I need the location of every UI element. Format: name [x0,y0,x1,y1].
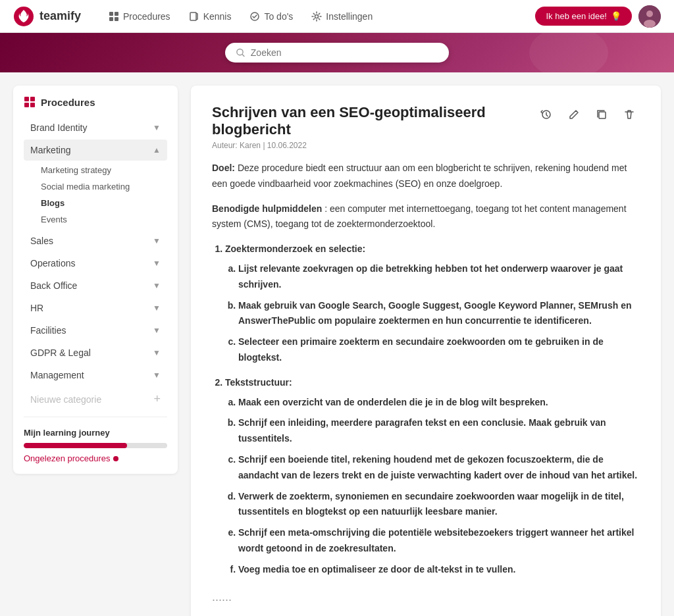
sidebar-sub-item-events[interactable]: Events [34,211,167,228]
chevron-down-icon: ▼ [153,371,161,380]
flame-icon [13,6,34,27]
unread-dot [113,456,118,461]
list-item: Verwerk de zoekterm, synoniemen en secun… [238,489,640,521]
svg-rect-2 [115,12,118,16]
settings-icon [311,11,322,22]
svg-point-8 [646,11,653,17]
logo[interactable]: teamify [13,6,81,27]
nav-right: Ik heb een idee! 💡 [535,5,661,28]
chevron-down-icon: ▼ [153,236,161,245]
sidebar-item-gdpr-legal[interactable]: GDPR & Legal ▼ [24,342,167,363]
sidebar-sub-item-marketing-strategy[interactable]: Marketing strategy [34,162,167,178]
progress-bar-background [24,443,167,448]
unread-procedures-link[interactable]: Ongelezen procedures [24,453,167,463]
article-dots: ...... [212,587,640,607]
section-2-items: Maak een overzicht van de onderdelen die… [238,395,640,578]
new-category[interactable]: Nieuwe categorie + [24,387,167,411]
chevron-down-icon: ▼ [153,259,161,268]
list-item: Schrijf een boeiende titel, rekening hou… [238,452,640,484]
section-1: Zoektermonderzoek en selectie: Lijst rel… [225,242,640,366]
app-name: teamify [39,9,81,23]
hero-banner [0,33,674,72]
sidebar-sub-marketing: Marketing strategy Social media marketin… [24,162,167,228]
sidebar: Procedures Brand Identity ▼ Marketing ▲ … [13,86,178,616]
idea-button[interactable]: Ik heb een idee! 💡 [535,7,632,26]
procedures-icon [24,96,36,108]
progress-bar-fill [24,443,127,448]
list-item: Maak gebruik van Google Search, Google S… [238,298,640,330]
list-item: Voeg media toe en optimaliseer ze door d… [238,562,640,578]
avatar-image [638,5,661,28]
nav-todos[interactable]: To do's [242,7,301,26]
history-button[interactable] [536,104,557,125]
section-2: Tekststructuur: Maak een overzicht van d… [225,375,640,578]
article-content: Doel: Deze procedure biedt een structuur… [212,161,640,607]
nav-instellingen[interactable]: Instellingen [303,7,380,26]
svg-rect-13 [24,103,29,107]
sidebar-card: Procedures Brand Identity ▼ Marketing ▲ … [13,86,178,474]
search-bar[interactable] [225,43,449,63]
article-doel: Doel: Deze procedure biedt een structuur… [212,161,640,192]
article-title: Schrijven van een SEO-geoptimaliseerd bl… [212,104,536,138]
sidebar-item-management[interactable]: Management ▼ [24,365,167,386]
sidebar-item-hr[interactable]: HR ▼ [24,297,167,319]
chevron-up-icon: ▲ [153,145,161,155]
edit-icon [568,109,580,120]
plus-icon: + [153,392,161,406]
article-header: Schrijven van een SEO-geoptimaliseerd bl… [212,104,640,150]
svg-rect-4 [115,17,118,21]
svg-rect-15 [599,112,606,118]
nav-kennis[interactable]: Kennis [181,7,240,26]
sidebar-sub-item-social-media[interactable]: Social media marketing [34,178,167,195]
sidebar-item-facilities[interactable]: Facilities ▼ [24,320,167,341]
list-item: Schrijf een meta-omschrijving die potent… [238,525,640,557]
svg-rect-14 [30,103,35,107]
sidebar-item-brand-identity[interactable]: Brand Identity ▼ [24,117,167,138]
book-icon [189,11,199,22]
list-item: Selecteer een primaire zoekterm en secun… [238,334,640,366]
lightbulb-icon: 💡 [611,11,621,21]
grid-icon [109,11,119,22]
copy-icon [596,109,608,120]
chevron-down-icon: ▼ [153,303,161,313]
learning-section: Mijn learning journey Ongelezen procedur… [24,428,167,463]
article-hulpmiddelen: Benodigde hulpmiddelen : een computer me… [212,201,640,233]
chevron-down-icon: ▼ [153,326,161,335]
sidebar-item-back-office[interactable]: Back Office ▼ [24,275,167,296]
chevron-down-icon: ▼ [153,281,161,290]
svg-point-6 [315,14,319,18]
nav-procedures-label: Procedures [123,11,170,22]
delete-button[interactable] [619,104,640,125]
nav-todos-label: To do's [264,11,293,22]
article-actions [536,104,640,125]
check-icon [249,11,260,22]
list-item: Schrijf een inleiding, meerdere paragraf… [238,415,640,447]
avatar[interactable] [638,5,661,28]
svg-point-9 [644,20,656,28]
list-item: Lijst relevante zoekvragen op die betrek… [238,261,640,293]
learning-title: Mijn learning journey [24,428,167,438]
history-icon [540,109,552,120]
edit-button[interactable] [563,104,584,125]
sidebar-item-operations[interactable]: Operations ▼ [24,253,167,274]
article-card: Schrijven van een SEO-geoptimaliseerd bl… [191,86,661,616]
svg-rect-3 [109,17,113,21]
content-area: Schrijven van een SEO-geoptimaliseerd bl… [191,86,661,616]
sidebar-title: Procedures [24,96,167,108]
svg-rect-12 [30,97,35,101]
main-layout: Procedures Brand Identity ▼ Marketing ▲ … [0,72,674,616]
divider [24,417,167,417]
search-input[interactable] [251,47,438,58]
nav-procedures[interactable]: Procedures [101,7,178,26]
section-1-items: Lijst relevante zoekvragen op die betrek… [238,261,640,366]
nav-kennis-label: Kennis [203,11,232,22]
top-navigation: teamify Procedures Kennis To do's [0,0,674,33]
copy-button[interactable] [591,104,612,125]
nav-instellingen-label: Instellingen [326,11,373,22]
chevron-down-icon: ▼ [153,123,161,132]
article-sections: Zoektermonderzoek en selectie: Lijst rel… [225,242,640,577]
sidebar-item-marketing[interactable]: Marketing ▲ [24,140,167,161]
svg-rect-1 [109,12,113,16]
sidebar-sub-item-blogs[interactable]: Blogs [34,195,167,211]
sidebar-item-sales[interactable]: Sales ▼ [24,230,167,251]
